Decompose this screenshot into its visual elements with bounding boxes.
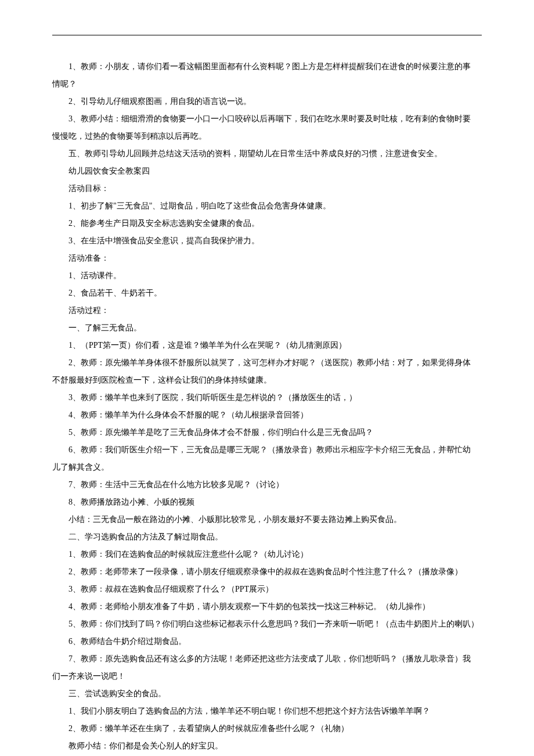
document-content: 1、教师：小朋友，请你们看一看这幅图里面都有什么资料呢？图上方是怎样样提醒我们在… [52,59,482,756]
body-text: 情呢？ [52,76,482,92]
body-text: 4、教师：老师给小朋友准备了牛奶，请小朋友观察一下牛奶的包装找一找这三种标记。（… [52,599,482,615]
body-text: 5、教师：原先懒羊羊是吃了三无食品身体才会不舒服，你们明白什么是三无食品吗？ [52,424,482,441]
section-heading: 幼儿园饮食安全教案四 [52,163,482,179]
body-text: 8、教师播放路边小摊、小贩的视频 [52,494,482,510]
body-text: 1、初步了解"三无食品"、过期食品，明白吃了这些食品会危害身体健康。 [52,198,482,214]
body-text: 3、教师：叔叔在选购食品仔细观察了什么？（PPT展示） [52,581,482,597]
body-text: 活动目标： [52,181,482,197]
body-text: 7、教师：原先选购食品还有这么多的方法呢！老师还把这些方法变成了儿歌，你们想听吗… [52,651,482,667]
body-text: 五、教师引导幼儿回顾并总结这天活动的资料，期望幼儿在日常生活中养成良好的习惯，注… [52,146,482,162]
body-text: 1、（PPT第一页）你们看，这是谁？懒羊羊为什么在哭呢？（幼儿猜测原因） [52,337,482,354]
body-text: 们一齐来说一说吧！ [52,668,482,685]
body-text: 5、教师：你们找到了吗？你们明白这些标记都表示什么意思吗？我们一齐来听一听吧！（… [52,616,482,632]
body-text: 二、学习选购食品的方法及了解过期食品。 [52,529,482,545]
body-text: 儿了解其含义。 [52,459,482,476]
body-text: 4、教师：懒羊羊为什么身体会不舒服的呢？（幼儿根据录音回答） [52,407,482,423]
body-text: 活动准备： [52,250,482,267]
body-text: 慢慢吃，过热的食物要等到稍凉以后再吃。 [52,128,482,145]
body-text: 不舒服最好到医院检查一下，这样会让我们的身体持续健康。 [52,372,482,388]
body-text: 小结：三无食品一般在路边的小摊、小贩那比较常见，小朋友最好不要去路边摊上购买食品… [52,512,482,528]
body-text: 1、教师：小朋友，请你们看一看这幅图里面都有什么资料呢？图上方是怎样样提醒我们在… [52,59,482,75]
body-text: 6、教师：我们听医生介绍一下，三无食品是哪三无呢？（播放录音）教师出示相应字卡介… [52,442,482,458]
body-text: 2、食品若干、牛奶若干。 [52,285,482,301]
body-text: 3、教师：懒羊羊也来到了医院，我们听听医生是怎样说的？（播放医生的话，） [52,390,482,406]
body-text: 2、教师：原先懒羊羊身体很不舒服所以就哭了，这可怎样办才好呢？（送医院）教师小结… [52,355,482,371]
body-text: 2、能参考生产日期及安全标志选购安全健康的食品。 [52,215,482,232]
body-text: 1、活动课件。 [52,268,482,284]
body-text: 2、教师：老师带来了一段录像，请小朋友仔细观察录像中的叔叔在选购食品时个性注意了… [52,564,482,580]
body-text: 一、了解三无食品。 [52,320,482,336]
body-text: 1、我们小朋友明白了选购食品的方法，懒羊羊还不明白呢！你们想不想把这个好方法告诉… [52,703,482,719]
body-text: 活动过程： [52,303,482,319]
body-text: 教师小结：你们都是会关心别人的好宝贝。 [52,738,482,754]
body-text: 三、尝试选购安全的食品。 [52,686,482,702]
body-text: 3、在生活中增强食品安全意识，提高自我保护潜力。 [52,233,482,249]
body-text: 2、教师：懒羊羊还在生病了，去看望病人的时候就应准备些什么呢？（礼物） [52,721,482,737]
body-text: 7、教师：生活中三无食品在什么地方比较多见呢？（讨论） [52,477,482,493]
body-text: 3、教师小结：细细滑滑的食物要一小口一小口咬碎以后再咽下，我们在吃水果时要及时吐… [52,111,482,127]
body-text: 2、引导幼儿仔细观察图画，用自我的语言说一说。 [52,93,482,110]
horizontal-divider [52,35,482,35]
body-text: 1、教师：我们在选购食品的时候就应注意些什么呢？（幼儿讨论） [52,546,482,563]
body-text: 6、教师结合牛奶介绍过期食品。 [52,633,482,650]
